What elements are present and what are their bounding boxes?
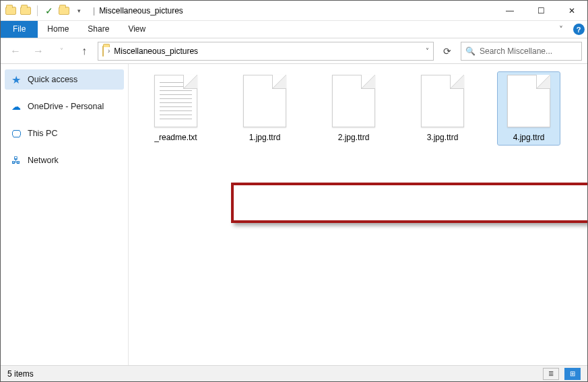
text-file-icon: [154, 75, 197, 127]
tab-share[interactable]: Share: [78, 21, 119, 38]
file-name: 1.jpg.ttrd: [249, 133, 281, 142]
status-item-count: 5 items: [7, 369, 34, 379]
file-icon: [332, 75, 375, 127]
sidebar-item-label: Quick access: [28, 75, 77, 84]
sidebar-item-network[interactable]: 🖧 Network: [1, 150, 128, 170]
search-icon: 🔍: [465, 46, 476, 56]
chevron-right-icon[interactable]: ›: [108, 47, 110, 55]
file-item[interactable]: 2.jpg.ttrd: [323, 75, 385, 142]
body: ★ Quick access ☁ OneDrive - Personal 🖵 T…: [1, 64, 587, 365]
address-bar[interactable]: › Miscellaneous_pictures ˅: [98, 42, 434, 61]
file-name: 2.jpg.ttrd: [338, 133, 370, 142]
folder-icon: [102, 46, 104, 56]
monitor-icon: 🖵: [10, 127, 22, 139]
up-button[interactable]: ↑: [75, 42, 94, 61]
sidebar-item-label: Network: [28, 156, 59, 165]
view-details-button[interactable]: ≣: [543, 368, 559, 380]
file-list: _readme.txt 1.jpg.ttrd 2.jpg.ttrd 3.jpg.…: [129, 64, 587, 153]
recent-locations-dropdown[interactable]: ˅: [52, 42, 71, 61]
navigation-pane: ★ Quick access ☁ OneDrive - Personal 🖵 T…: [1, 64, 129, 365]
file-item[interactable]: 4.jpg.ttrd: [498, 72, 560, 145]
qat-dropdown-icon[interactable]: ▾: [73, 5, 85, 17]
help-button[interactable]: ?: [570, 21, 587, 38]
sidebar-item-label: This PC: [28, 129, 57, 138]
status-bar: 5 items ≣ ⊞: [1, 365, 587, 381]
folder-icon: [5, 5, 17, 17]
tab-file[interactable]: File: [1, 21, 38, 38]
file-item[interactable]: _readme.txt: [145, 75, 207, 142]
app-folder-icon: [20, 5, 32, 17]
title-separator: |: [93, 6, 95, 15]
address-dropdown-icon[interactable]: ˅: [426, 47, 429, 55]
annotation-highlight-box: [231, 183, 587, 223]
new-folder-qat-icon[interactable]: [58, 5, 70, 17]
network-icon: 🖧: [10, 154, 22, 166]
minimize-button[interactable]: —: [494, 1, 525, 20]
star-icon: ★: [10, 73, 22, 86]
forward-button[interactable]: →: [29, 42, 48, 61]
file-name: _readme.txt: [154, 133, 197, 142]
help-icon: ?: [573, 24, 585, 35]
file-item[interactable]: 1.jpg.ttrd: [234, 75, 296, 142]
file-name: 4.jpg.ttrd: [513, 133, 545, 142]
title-bar: ✓ ▾ | Miscellaneous_pictures — ☐ ✕: [1, 1, 587, 21]
tab-view[interactable]: View: [119, 21, 155, 38]
search-placeholder: Search Miscellane...: [480, 46, 552, 56]
search-box[interactable]: 🔍 Search Miscellane...: [461, 42, 582, 61]
divider: [37, 5, 38, 16]
sidebar-item-onedrive[interactable]: ☁ OneDrive - Personal: [1, 96, 128, 117]
file-icon: [421, 75, 464, 127]
view-large-icons-button[interactable]: ⊞: [564, 368, 581, 380]
file-icon: [507, 75, 550, 127]
back-button[interactable]: ←: [6, 42, 25, 61]
address-bar-row: ← → ˅ ↑ › Miscellaneous_pictures ˅ ⟳ 🔍 S…: [1, 38, 587, 64]
explorer-window: ✓ ▾ | Miscellaneous_pictures — ☐ ✕ File …: [0, 0, 588, 382]
file-icon: [243, 75, 286, 127]
breadcrumb-folder[interactable]: Miscellaneous_pictures: [114, 46, 198, 56]
tab-home[interactable]: Home: [38, 21, 78, 38]
refresh-button[interactable]: ⟳: [438, 42, 457, 61]
sidebar-item-quick-access[interactable]: ★ Quick access: [5, 69, 124, 90]
file-item[interactable]: 3.jpg.ttrd: [412, 75, 473, 142]
sidebar-item-this-pc[interactable]: 🖵 This PC: [1, 123, 128, 144]
maximize-button[interactable]: ☐: [525, 1, 556, 20]
window-title: Miscellaneous_pictures: [99, 6, 183, 15]
quick-access-toolbar: ✓ ▾: [1, 5, 89, 17]
window-controls: — ☐ ✕: [494, 1, 587, 20]
ribbon-tabs: File Home Share View ˅ ?: [1, 21, 587, 38]
file-name: 3.jpg.ttrd: [427, 133, 459, 142]
cloud-icon: ☁: [10, 100, 22, 113]
close-button[interactable]: ✕: [556, 1, 587, 20]
ribbon-expand-icon[interactable]: ˅: [552, 21, 570, 38]
file-pane[interactable]: _readme.txt 1.jpg.ttrd 2.jpg.ttrd 3.jpg.…: [129, 64, 587, 365]
sidebar-item-label: OneDrive - Personal: [28, 102, 104, 111]
properties-check-icon[interactable]: ✓: [43, 5, 55, 17]
